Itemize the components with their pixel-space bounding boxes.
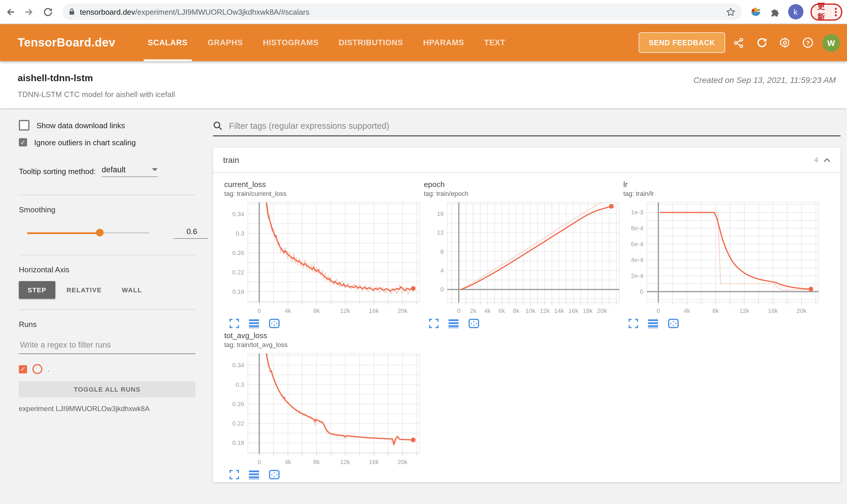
axis-relative-button[interactable]: RELATIVE	[58, 281, 111, 299]
axis-step-button[interactable]: STEP	[19, 281, 55, 299]
smoothing-slider-knob[interactable]	[96, 229, 104, 236]
back-icon[interactable]	[2, 3, 19, 21]
browser-profile-avatar[interactable]: k	[788, 4, 803, 19]
svg-text:8k: 8k	[513, 307, 520, 314]
train-group-header[interactable]: train 4	[213, 148, 841, 173]
reload-icon[interactable]	[40, 3, 56, 21]
chart-actions	[224, 469, 424, 480]
user-avatar[interactable]: W	[822, 34, 840, 52]
show-download-links-row[interactable]: Show data download links	[19, 121, 213, 130]
svg-text:16k: 16k	[568, 307, 578, 314]
scalar-chart-card: epoch tag: train/epoch 048121602k4k6k8k1…	[424, 180, 623, 329]
svg-text:4k: 4k	[284, 458, 291, 465]
tab-histograms[interactable]: HISTOGRAMS	[253, 24, 329, 61]
ignore-outliers-label: Ignore outliers in chart scaling	[34, 138, 136, 147]
chart-tag: tag: train/tot_avg_loss	[224, 341, 424, 348]
fit-domain-icon[interactable]	[269, 318, 280, 329]
refresh-icon[interactable]	[753, 34, 771, 52]
expand-chart-icon[interactable]	[228, 318, 240, 329]
chart-plot[interactable]: 02e-44e-46e-48e-41e-304k8k12k16k20k	[623, 200, 823, 317]
run-regex-label: .	[48, 365, 50, 373]
axis-wall-button[interactable]: WALL	[113, 281, 151, 299]
run-color-icon	[32, 364, 42, 374]
experiment-header: aishell-tdnn-lstm TDNN-LSTM CTC model fo…	[0, 61, 847, 108]
expand-chart-icon[interactable]	[627, 318, 639, 329]
chart-tag: tag: train/epoch	[424, 190, 623, 197]
svg-text:4k: 4k	[284, 307, 291, 314]
runs-filter-field[interactable]	[19, 340, 195, 354]
toggle-all-runs-button[interactable]: TOGGLE ALL RUNS	[19, 381, 195, 398]
smoothing-label: Smoothing	[19, 205, 213, 214]
experiment-name: aishell-tdnn-lstm	[18, 73, 175, 84]
svg-text:20k: 20k	[597, 307, 607, 314]
experiment-created-date: Created on Sep 13, 2021, 11:59:23 AM	[693, 75, 836, 108]
svg-text:20k: 20k	[797, 307, 807, 314]
browser-menu-icon[interactable]	[835, 7, 837, 16]
chart-title: tot_avg_loss	[224, 331, 424, 340]
scalar-chart-card: lr tag: train/lr 02e-44e-46e-48e-41e-304…	[623, 180, 823, 329]
data-table-icon[interactable]	[248, 318, 260, 329]
smoothing-value-input[interactable]	[174, 227, 210, 236]
extension-fruit-icon[interactable]	[749, 6, 761, 18]
bookmark-star-icon[interactable]	[725, 7, 736, 17]
svg-text:8k: 8k	[712, 307, 719, 314]
tab-hparams[interactable]: HPARAMS	[413, 24, 474, 61]
share-icon[interactable]	[730, 34, 747, 52]
scalar-chart-card: current_loss tag: train/current_loss 0.1…	[224, 180, 424, 329]
svg-text:8k: 8k	[313, 307, 320, 314]
expand-chart-icon[interactable]	[228, 469, 240, 480]
fit-domain-icon[interactable]	[468, 318, 479, 329]
settings-gear-icon[interactable]	[776, 34, 793, 52]
collapse-chevron-icon[interactable]	[823, 157, 831, 163]
group-count-badge: 4	[814, 156, 818, 164]
tooltip-sorting-select[interactable]: default	[102, 165, 158, 177]
ignore-outliers-checkbox[interactable]: ✓	[19, 138, 27, 146]
svg-text:0.3: 0.3	[236, 381, 244, 388]
browser-toolbar: tensorboard.dev/experiment/LJI9MWUORLOw3…	[0, 0, 847, 24]
chart-title: current_loss	[224, 180, 424, 189]
fit-domain-icon[interactable]	[269, 469, 280, 480]
run-checkbox[interactable]: ✓	[19, 365, 27, 373]
svg-text:14k: 14k	[554, 307, 564, 314]
tag-filter-bar[interactable]	[213, 121, 841, 137]
svg-text:20k: 20k	[398, 458, 408, 465]
svg-text:0.3: 0.3	[236, 230, 244, 237]
tab-scalars[interactable]: SCALARS	[138, 24, 197, 61]
data-table-icon[interactable]	[248, 469, 260, 480]
tab-graphs[interactable]: GRAPHS	[197, 24, 253, 61]
svg-text:16k: 16k	[369, 307, 379, 314]
svg-text:8e-4: 8e-4	[631, 224, 643, 231]
svg-text:16: 16	[437, 210, 444, 217]
extensions-puzzle-icon[interactable]	[770, 7, 780, 17]
smoothing-value-field[interactable]	[174, 227, 208, 239]
chart-actions	[224, 318, 424, 329]
ignore-outliers-row[interactable]: ✓ Ignore outliers in chart scaling	[19, 138, 213, 147]
send-feedback-button[interactable]: SEND FEEDBACK	[639, 32, 725, 53]
url-bar[interactable]: tensorboard.dev/experiment/LJI9MWUORLOw3…	[62, 3, 741, 20]
help-icon[interactable]: ?	[799, 34, 816, 52]
expand-chart-icon[interactable]	[428, 318, 439, 329]
svg-text:0.26: 0.26	[232, 400, 244, 407]
experiment-run-label: experiment LJI9MWUORLOw3jkdhxwk8A	[19, 404, 213, 413]
tab-text[interactable]: TEXT	[474, 24, 515, 61]
chart-plot[interactable]: 0.180.220.260.30.3404k8k12k16k20k	[224, 351, 424, 468]
fit-domain-icon[interactable]	[668, 318, 679, 329]
tag-filter-input[interactable]	[228, 121, 841, 131]
data-table-icon[interactable]	[647, 318, 659, 329]
svg-text:8: 8	[440, 248, 444, 255]
data-table-icon[interactable]	[448, 318, 459, 329]
chart-plot[interactable]: 048121602k4k6k8k10k12k14k16k18k20k	[424, 200, 623, 317]
svg-text:0: 0	[657, 307, 660, 314]
forward-icon[interactable]	[21, 3, 38, 21]
svg-text:12k: 12k	[739, 307, 749, 314]
svg-text:12: 12	[437, 229, 444, 236]
show-download-links-checkbox[interactable]	[19, 120, 30, 130]
run-row[interactable]: ✓ .	[19, 364, 213, 374]
chart-plot[interactable]: 0.180.220.260.30.3404k8k12k16k20k	[224, 200, 424, 317]
chrome-update-button[interactable]: 更新	[810, 3, 842, 20]
tab-distributions[interactable]: DISTRIBUTIONS	[329, 24, 413, 61]
runs-filter-input[interactable]	[19, 340, 198, 350]
smoothing-slider[interactable]	[27, 229, 149, 236]
charts-grid: current_loss tag: train/current_loss 0.1…	[213, 173, 841, 482]
svg-text:0: 0	[457, 307, 461, 314]
